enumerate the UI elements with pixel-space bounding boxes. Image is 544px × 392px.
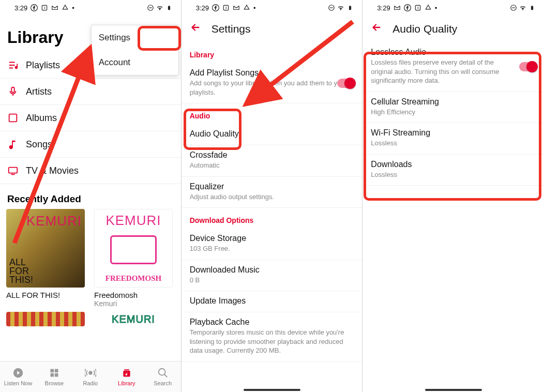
setting-lossless-audio[interactable]: Lossless Audio Lossless files preserve e… [362,42,544,92]
page-title: Settings [211,23,251,35]
library-item-label: Albums [26,113,57,124]
svg-rect-11 [50,369,54,373]
album-artist: Kemuri [94,299,173,308]
album-title: ALL FOR THIS! [6,291,85,299]
back-arrow-icon[interactable] [190,22,201,36]
menu-item-settings[interactable]: Settings [92,25,178,50]
setting-equalizer[interactable]: Equalizer Adjust audio output settings. [182,177,362,208]
panel-audio-quality: 3:29 3 • Audio Quality Lossless Audio Lo… [362,0,544,392]
wifi-icon [519,4,526,11]
albums-row-2: KEMURI [0,308,181,326]
setting-device-storage[interactable]: Device Storage 103 GB Free. [182,229,362,260]
tv-icon [7,165,19,176]
setting-update-images[interactable]: Update Images [182,291,362,312]
svg-rect-29 [531,6,533,10]
tab-listen-now[interactable]: Listen Now [0,361,36,392]
drive-icon [243,4,250,11]
svg-rect-13 [50,373,54,377]
setting-downloaded-music[interactable]: Downloaded Music 0 B [182,260,362,292]
tab-search[interactable]: Search [145,361,181,392]
section-download: Download Options [182,208,362,229]
library-item-tv[interactable]: TV & Movies [0,158,181,184]
setting-add-playlist-songs[interactable]: Add Playlist Songs Add songs to your lib… [182,63,362,103]
header: Audio Quality [362,16,544,42]
tab-browse[interactable]: Browse [36,361,72,392]
svg-text:3: 3 [225,6,226,9]
status-time: 3:29 [377,4,390,12]
library-item-label: TV & Movies [26,165,79,176]
gmail-icon [233,4,240,11]
setting-playback-cache[interactable]: Playback Cache Temporarily stores music … [182,312,362,362]
overflow-menu: Settings Account [91,25,179,76]
status-time: 3:29 [14,4,27,12]
svg-rect-30 [532,6,533,6]
album-card[interactable]: KEMURI FREEDOMOSH Freedomosh Kemuri [94,209,173,308]
album-card[interactable]: KEMURI ALLFORTHIS! ALL FOR THIS! [6,209,85,308]
svg-point-18 [158,369,165,375]
page-title: Audio Quality [392,23,457,35]
home-indicator [425,389,482,391]
screenshot-icon: 3 [414,4,421,11]
library-icon [121,367,132,379]
status-time: 3:29 [196,4,209,12]
setting-wifi-streaming[interactable]: Wi-Fi Streaming Lossless [362,123,544,155]
artists-icon [7,86,19,97]
setting-cellular-streaming[interactable]: Cellular Streaming High Efficiency [362,92,544,124]
setting-crossfade[interactable]: Crossfade Automatic [182,145,362,177]
album-art: KEMURI ALLFORTHIS! [6,209,85,288]
library-item-label: Playlists [26,60,60,71]
battery-icon [165,4,173,11]
wifi-icon [156,4,163,11]
svg-rect-7 [11,87,14,93]
facebook-icon [404,4,411,11]
library-item-songs[interactable]: Songs [0,131,181,158]
tab-library[interactable]: Library [109,361,145,392]
dnd-icon [328,4,335,11]
home-indicator [244,389,300,391]
header: Settings [182,16,362,42]
back-arrow-icon[interactable] [371,22,382,36]
tab-bar: Listen Now Browse Radio Library Search [0,361,181,392]
album-art[interactable] [6,312,85,326]
library-item-albums[interactable]: Albums [0,105,181,131]
svg-rect-8 [9,114,17,122]
album-art: KEMURI FREEDOMOSH [94,209,173,288]
radio-icon [85,367,96,379]
svg-rect-12 [55,369,58,373]
svg-text:3: 3 [44,6,46,9]
battery-icon [528,4,536,11]
album-title: Freedomosh [94,291,173,299]
wifi-icon [337,4,344,11]
panel-settings: 3:29 3 • Settings Library Add Playlist S… [182,0,363,392]
toggle-switch[interactable] [337,79,355,88]
section-library: Library [182,42,362,63]
menu-item-account[interactable]: Account [92,50,178,75]
albums-row: KEMURI ALLFORTHIS! ALL FOR THIS! KEMURI … [0,209,181,308]
play-circle-icon [12,367,24,379]
playlists-icon [7,59,19,71]
status-bar: 3:29 3 • [0,0,181,16]
grid-icon [49,367,60,379]
status-dot: • [253,4,256,12]
drive-icon [62,4,69,11]
svg-text:3: 3 [417,6,418,9]
dnd-icon [147,4,154,11]
svg-rect-14 [55,373,58,377]
toggle-switch[interactable] [519,62,537,71]
facebook-icon [212,4,219,11]
gmail-icon [51,4,58,11]
battery-icon [346,4,354,11]
album-art[interactable]: KEMURI [94,312,173,326]
songs-icon [7,139,19,150]
setting-downloads[interactable]: Downloads Lossless [362,155,544,186]
tab-radio[interactable]: Radio [72,361,109,392]
setting-audio-quality[interactable]: Audio Quality [182,124,362,145]
library-item-label: Songs [26,139,52,150]
library-item-artists[interactable]: Artists [0,79,181,105]
svg-rect-17 [124,369,129,370]
gmail-icon [394,4,401,11]
screenshot-icon: 3 [41,4,48,11]
section-audio: Audio [182,103,362,124]
status-dot: • [435,4,437,12]
library-item-label: Artists [26,86,52,97]
